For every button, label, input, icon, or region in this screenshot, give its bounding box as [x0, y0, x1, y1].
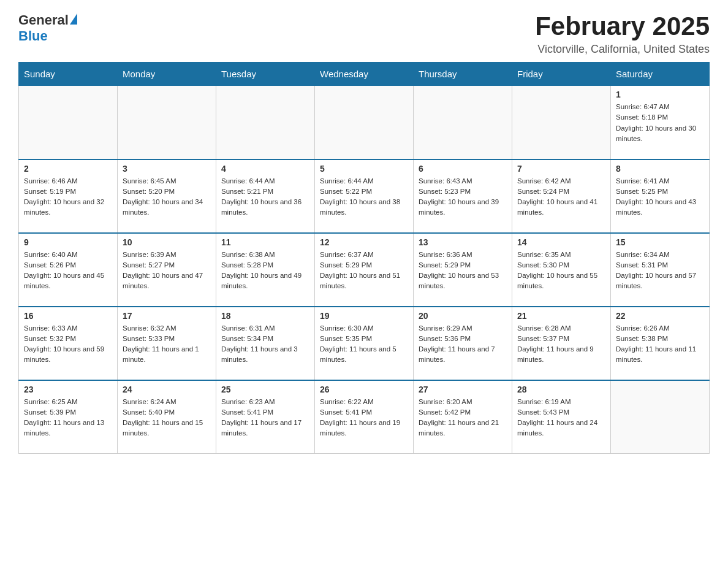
calendar-day-cell: 7Sunrise: 6:42 AM Sunset: 5:24 PM Daylig…: [512, 159, 611, 233]
calendar-header-row: SundayMondayTuesdayWednesdayThursdayFrid…: [19, 63, 710, 86]
calendar-day-cell: [216, 86, 315, 159]
day-number: 17: [123, 311, 211, 321]
calendar-day-cell: 16Sunrise: 6:33 AM Sunset: 5:32 PM Dayli…: [19, 307, 118, 380]
day-number: 19: [320, 311, 408, 321]
calendar-day-cell: 20Sunrise: 6:29 AM Sunset: 5:36 PM Dayli…: [414, 307, 512, 380]
day-info: Sunrise: 6:45 AM Sunset: 5:20 PM Dayligh…: [123, 176, 211, 218]
day-number: 14: [517, 237, 605, 247]
day-number: 18: [221, 311, 309, 321]
day-number: 3: [123, 164, 211, 174]
day-info: Sunrise: 6:28 AM Sunset: 5:37 PM Dayligh…: [517, 323, 605, 366]
day-info: Sunrise: 6:19 AM Sunset: 5:43 PM Dayligh…: [517, 397, 605, 439]
day-number: 8: [616, 164, 704, 174]
day-info: Sunrise: 6:44 AM Sunset: 5:22 PM Dayligh…: [320, 176, 408, 218]
day-number: 1: [616, 90, 704, 99]
day-info: Sunrise: 6:39 AM Sunset: 5:27 PM Dayligh…: [123, 250, 211, 292]
day-info: Sunrise: 6:22 AM Sunset: 5:41 PM Dayligh…: [320, 397, 408, 439]
day-number: 26: [320, 385, 408, 394]
day-info: Sunrise: 6:43 AM Sunset: 5:23 PM Dayligh…: [419, 176, 507, 218]
day-of-week-header: Monday: [118, 63, 216, 86]
location-subtitle: Victorville, California, United States: [535, 43, 710, 56]
logo-blue-text: Blue: [18, 28, 48, 44]
day-info: Sunrise: 6:38 AM Sunset: 5:28 PM Dayligh…: [221, 250, 309, 292]
day-of-week-header: Tuesday: [216, 63, 315, 86]
day-info: Sunrise: 6:25 AM Sunset: 5:39 PM Dayligh…: [24, 397, 112, 439]
calendar-day-cell: 24Sunrise: 6:24 AM Sunset: 5:40 PM Dayli…: [118, 380, 216, 454]
calendar-day-cell: 26Sunrise: 6:22 AM Sunset: 5:41 PM Dayli…: [315, 380, 414, 454]
calendar-day-cell: 22Sunrise: 6:26 AM Sunset: 5:38 PM Dayli…: [611, 307, 710, 380]
calendar-day-cell: 4Sunrise: 6:44 AM Sunset: 5:21 PM Daylig…: [216, 159, 315, 233]
calendar-week-row: 9Sunrise: 6:40 AM Sunset: 5:26 PM Daylig…: [19, 233, 710, 307]
day-info: Sunrise: 6:32 AM Sunset: 5:33 PM Dayligh…: [123, 323, 211, 366]
calendar-day-cell: [414, 86, 512, 159]
day-number: 24: [123, 385, 211, 394]
calendar-day-cell: 14Sunrise: 6:35 AM Sunset: 5:30 PM Dayli…: [512, 233, 611, 307]
day-info: Sunrise: 6:34 AM Sunset: 5:31 PM Dayligh…: [616, 250, 704, 292]
day-number: 2: [24, 164, 112, 174]
day-info: Sunrise: 6:23 AM Sunset: 5:41 PM Dayligh…: [221, 397, 309, 439]
day-number: 11: [221, 237, 309, 247]
day-info: Sunrise: 6:36 AM Sunset: 5:29 PM Dayligh…: [419, 250, 507, 292]
day-number: 20: [419, 311, 507, 321]
calendar-day-cell: 8Sunrise: 6:41 AM Sunset: 5:25 PM Daylig…: [611, 159, 710, 233]
day-number: 15: [616, 237, 704, 247]
day-number: 5: [320, 164, 408, 174]
calendar-day-cell: 11Sunrise: 6:38 AM Sunset: 5:28 PM Dayli…: [216, 233, 315, 307]
calendar-week-row: 23Sunrise: 6:25 AM Sunset: 5:39 PM Dayli…: [19, 380, 710, 454]
day-number: 27: [419, 385, 507, 394]
calendar-day-cell: [118, 86, 216, 159]
day-info: Sunrise: 6:40 AM Sunset: 5:26 PM Dayligh…: [24, 250, 112, 292]
day-number: 6: [419, 164, 507, 174]
day-of-week-header: Sunday: [19, 63, 118, 86]
logo-general-text: General: [18, 12, 69, 28]
calendar-day-cell: 23Sunrise: 6:25 AM Sunset: 5:39 PM Dayli…: [19, 380, 118, 454]
day-info: Sunrise: 6:35 AM Sunset: 5:30 PM Dayligh…: [517, 250, 605, 292]
logo: General Blue: [18, 12, 77, 44]
day-info: Sunrise: 6:41 AM Sunset: 5:25 PM Dayligh…: [616, 176, 704, 218]
calendar-day-cell: 9Sunrise: 6:40 AM Sunset: 5:26 PM Daylig…: [19, 233, 118, 307]
day-number: 25: [221, 385, 309, 394]
calendar-day-cell: 3Sunrise: 6:45 AM Sunset: 5:20 PM Daylig…: [118, 159, 216, 233]
calendar-day-cell: [315, 86, 414, 159]
page-header: General Blue February 2025 Victorville, …: [18, 12, 710, 56]
calendar-week-row: 16Sunrise: 6:33 AM Sunset: 5:32 PM Dayli…: [19, 307, 710, 380]
day-number: 13: [419, 237, 507, 247]
day-info: Sunrise: 6:31 AM Sunset: 5:34 PM Dayligh…: [221, 323, 309, 366]
day-info: Sunrise: 6:47 AM Sunset: 5:18 PM Dayligh…: [616, 102, 704, 144]
calendar-day-cell: 15Sunrise: 6:34 AM Sunset: 5:31 PM Dayli…: [611, 233, 710, 307]
calendar-day-cell: 17Sunrise: 6:32 AM Sunset: 5:33 PM Dayli…: [118, 307, 216, 380]
calendar-day-cell: 25Sunrise: 6:23 AM Sunset: 5:41 PM Dayli…: [216, 380, 315, 454]
day-info: Sunrise: 6:20 AM Sunset: 5:42 PM Dayligh…: [419, 397, 507, 439]
day-of-week-header: Thursday: [414, 63, 512, 86]
calendar-day-cell: 6Sunrise: 6:43 AM Sunset: 5:23 PM Daylig…: [414, 159, 512, 233]
calendar-day-cell: 21Sunrise: 6:28 AM Sunset: 5:37 PM Dayli…: [512, 307, 611, 380]
day-number: 9: [24, 237, 112, 247]
calendar-day-cell: 1Sunrise: 6:47 AM Sunset: 5:18 PM Daylig…: [611, 86, 710, 159]
day-info: Sunrise: 6:29 AM Sunset: 5:36 PM Dayligh…: [419, 323, 507, 366]
day-number: 7: [517, 164, 605, 174]
day-info: Sunrise: 6:44 AM Sunset: 5:21 PM Dayligh…: [221, 176, 309, 218]
month-title: February 2025: [535, 12, 710, 40]
calendar-day-cell: 13Sunrise: 6:36 AM Sunset: 5:29 PM Dayli…: [414, 233, 512, 307]
day-number: 21: [517, 311, 605, 321]
calendar-day-cell: 27Sunrise: 6:20 AM Sunset: 5:42 PM Dayli…: [414, 380, 512, 454]
calendar-day-cell: [512, 86, 611, 159]
logo-triangle-icon: [70, 13, 77, 25]
day-number: 10: [123, 237, 211, 247]
day-info: Sunrise: 6:33 AM Sunset: 5:32 PM Dayligh…: [24, 323, 112, 366]
day-number: 16: [24, 311, 112, 321]
day-of-week-header: Saturday: [611, 63, 710, 86]
day-info: Sunrise: 6:46 AM Sunset: 5:19 PM Dayligh…: [24, 176, 112, 218]
title-block: February 2025 Victorville, California, U…: [535, 12, 710, 56]
day-number: 12: [320, 237, 408, 247]
calendar-day-cell: [611, 380, 710, 454]
day-info: Sunrise: 6:37 AM Sunset: 5:29 PM Dayligh…: [320, 250, 408, 292]
day-of-week-header: Wednesday: [315, 63, 414, 86]
calendar-day-cell: [19, 86, 118, 159]
calendar-day-cell: 18Sunrise: 6:31 AM Sunset: 5:34 PM Dayli…: [216, 307, 315, 380]
day-number: 23: [24, 385, 112, 394]
day-number: 28: [517, 385, 605, 394]
calendar-week-row: 1Sunrise: 6:47 AM Sunset: 5:18 PM Daylig…: [19, 86, 710, 159]
calendar-day-cell: 2Sunrise: 6:46 AM Sunset: 5:19 PM Daylig…: [19, 159, 118, 233]
day-number: 4: [221, 164, 309, 174]
